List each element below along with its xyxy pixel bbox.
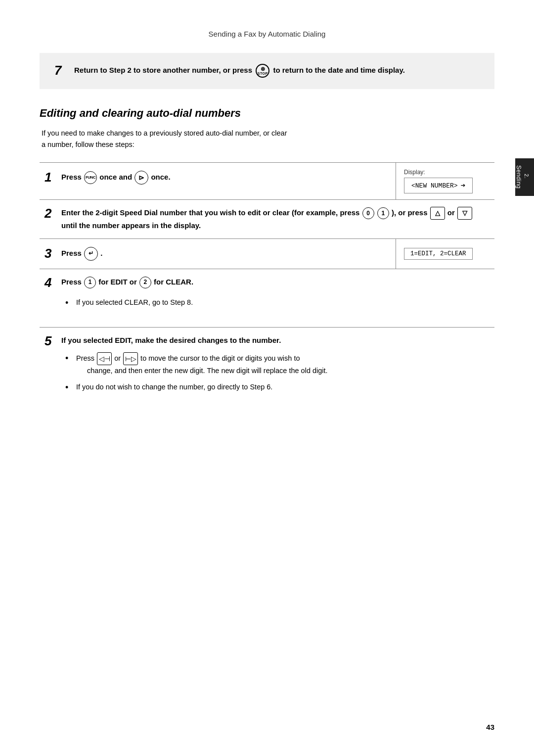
step4-content: Press 1 for EDIT or 2 for CLEAR.	[61, 276, 193, 288]
section-heading: Editing and clearing auto-dial numbers	[40, 107, 494, 120]
page-container: 2. Sending Faxes Sending a Fax by Automa…	[0, 0, 534, 756]
step3-press: Press	[61, 249, 82, 257]
step1-press: Press	[61, 173, 82, 181]
cursor-right-button: ⊢▷	[123, 352, 138, 365]
step1-display-label: Display:	[404, 169, 425, 176]
step1-left: 1 Press FUNC once and ⊳ once.	[40, 163, 396, 199]
step5-bullet1: Press ◁⊣ or ⊢▷ to move the cursor to the…	[65, 352, 485, 377]
step3-enter-button-icon: ↵	[84, 247, 98, 261]
step3-right: 1=EDIT, 2=CLEAR	[396, 239, 494, 269]
step1-content: Press FUNC once and ⊳ once.	[61, 171, 171, 185]
step5-rest: to move the cursor to the digit or digit…	[140, 354, 300, 362]
page-header: Sending a Fax by Automatic Dialing	[40, 30, 494, 38]
step7-box: 7 Return to Step 2 to store another numb…	[40, 53, 494, 89]
step3-row: 3 Press ↵ . 1=EDIT, 2=CLEAR	[40, 239, 494, 269]
step4-digit1-button: 1	[84, 277, 96, 288]
step3-content: Press ↵ .	[61, 247, 102, 261]
step4-row: 4 Press 1 for EDIT or 2 for CLEAR. If yo…	[40, 269, 494, 328]
step2-content: Enter the 2-digit Speed Dial number that…	[61, 207, 490, 231]
step4-bullet1: If you selected CLEAR, go to Step 8.	[65, 297, 485, 308]
step5-or: or	[114, 354, 121, 362]
intro-text: If you need to make changes to a previou…	[40, 128, 494, 150]
stop-button-icon: ⊗ STOP	[256, 64, 269, 78]
step5-row: 5 If you selected EDIT, make the desired…	[40, 328, 494, 412]
step1-row: 1 Press FUNC once and ⊳ once. Display: <…	[40, 163, 494, 200]
step4-clear-label: for CLEAR.	[154, 278, 193, 286]
step1-once1: once and	[99, 173, 132, 181]
step2-number: 2	[44, 207, 57, 220]
step5-label: If you selected EDIT, make the desired c…	[61, 336, 281, 344]
step3-number: 3	[44, 247, 57, 260]
step7-content: Return to Step 2 to store another number…	[74, 64, 405, 78]
steps-container: 1 Press FUNC once and ⊳ once. Display: <…	[40, 162, 494, 412]
step5-press: Press	[76, 354, 94, 362]
step3-display-box: 1=EDIT, 2=CLEAR	[404, 248, 473, 260]
function-button-icon: FUNC	[84, 171, 97, 184]
step4-bullets: If you selected CLEAR, go to Step 8.	[44, 292, 490, 320]
step1-number: 1	[44, 171, 57, 184]
step4-press: Press	[61, 278, 82, 286]
side-tab: 2. Sending Faxes	[515, 158, 534, 196]
digit-1-button: 1	[377, 207, 389, 219]
step1-display-box: <NEW NUMBER> ➔	[404, 178, 473, 193]
tab-line2: Faxes	[506, 168, 514, 186]
step1-once2: once.	[151, 173, 170, 181]
tab-line1: Sending	[514, 165, 522, 189]
step4-number: 4	[44, 276, 57, 289]
step5-content: If you selected EDIT, make the desired c…	[61, 334, 281, 346]
step5-bullet2: If you do not wish to change the number,…	[65, 381, 485, 393]
step3-left: 3 Press ↵ .	[40, 239, 396, 269]
arrow-right-button-icon: ⊳	[134, 171, 148, 185]
step5-cont: change, and then enter the new digit. Th…	[87, 365, 485, 377]
digit-0-button: 0	[362, 207, 374, 219]
step5-bullets: Press ◁⊣ or ⊢▷ to move the cursor to the…	[44, 347, 490, 405]
step1-display-text: <NEW NUMBER>	[411, 182, 458, 189]
up-triangle-button: △	[430, 207, 445, 220]
step4-digit2-button: 2	[139, 277, 151, 288]
step4-edit-label: for EDIT or	[98, 278, 137, 286]
step7-text1: Return to Step 2 to store another number…	[74, 66, 252, 74]
step1-display-arrow: ➔	[461, 181, 466, 190]
step7-number: 7	[54, 63, 69, 78]
step7-text2: to return to the date and time display.	[273, 66, 404, 74]
step5-number: 5	[44, 334, 57, 347]
page-number: 43	[486, 723, 494, 731]
tab-number: 2.	[523, 174, 530, 179]
step1-right: Display: <NEW NUMBER> ➔	[396, 163, 494, 199]
step2-row: 2 Enter the 2-digit Speed Dial number th…	[40, 200, 494, 238]
down-triangle-button: ▽	[457, 207, 472, 220]
cursor-left-button: ◁⊣	[97, 352, 112, 365]
stop-label: STOP	[258, 72, 268, 75]
